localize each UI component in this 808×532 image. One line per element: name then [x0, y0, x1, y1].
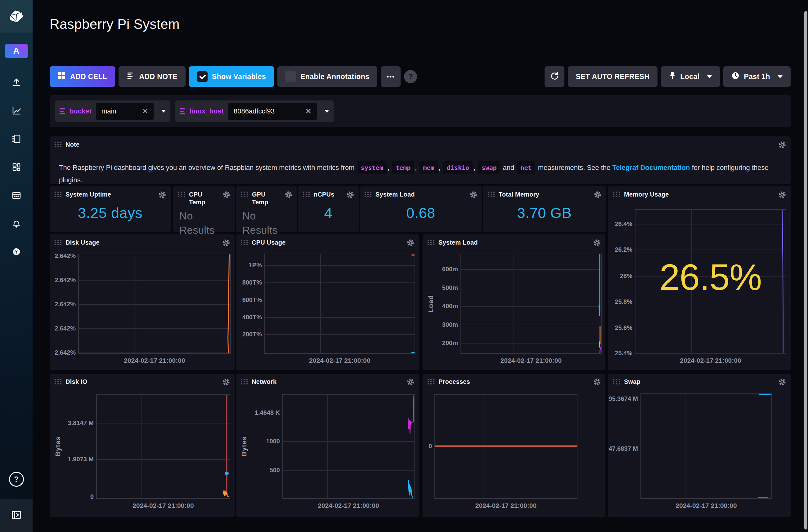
cell-title: Memory Usage: [624, 190, 774, 198]
gear-icon[interactable]: [778, 190, 787, 200]
sidebar-help-button[interactable]: ?: [0, 472, 33, 487]
note-text: The Raspberry Pi dashboard gives you an …: [59, 161, 781, 186]
variable-value-box[interactable]: 8086adfccf93✕: [228, 103, 317, 120]
chart-plot-area: 1.4648 K1000500Bytes2024-02-17 21:00:00: [282, 394, 415, 499]
drag-handle-icon[interactable]: [302, 191, 310, 200]
chart-cell-disk-usage: Disk Usage2.642%2.642%2.642%2.642%2.642%…: [50, 234, 235, 370]
drag-handle-icon[interactable]: [364, 191, 372, 200]
no-results-text: No Results: [242, 209, 283, 237]
data-explorer-icon: [11, 105, 22, 118]
drag-handle-icon[interactable]: [54, 191, 62, 200]
sidebar-item-upload[interactable]: [11, 77, 22, 89]
time-range-dropdown[interactable]: Past 1h: [723, 66, 791, 87]
stat-value: 4: [298, 204, 359, 221]
stat-cell-cpu-temp-header: CPU Temp: [178, 190, 231, 206]
gear-icon[interactable]: [222, 239, 231, 248]
variable-dropdown-bucket[interactable]: bucketmain✕: [55, 100, 170, 122]
drag-handle-icon[interactable]: [240, 378, 248, 386]
gear-icon[interactable]: [406, 378, 415, 387]
chart-cell-system-load: System Load600m500m400m300m200mLoad2024-…: [423, 234, 605, 370]
cell-title: Disk IO: [66, 378, 218, 386]
cell-title: Network: [252, 378, 403, 386]
chart-series: [283, 395, 414, 498]
toolbar-help-button[interactable]: ?: [404, 70, 417, 83]
clear-icon[interactable]: ✕: [306, 107, 311, 115]
drag-handle-icon[interactable]: [240, 191, 249, 200]
y-axis-tick-label: 600m: [442, 266, 458, 273]
sidebar-item-data-explorer[interactable]: [11, 106, 22, 117]
x-axis-label: 2024-02-17 21:00:00: [641, 502, 771, 509]
gear-icon[interactable]: [593, 378, 601, 387]
variables-bar: bucketmain✕linux_host8086adfccf93✕: [50, 95, 791, 127]
gear-icon[interactable]: [222, 190, 231, 200]
stat-cell-ncpus: nCPUs4: [298, 186, 359, 232]
gear-icon[interactable]: [593, 190, 602, 200]
set-auto-refresh-button[interactable]: SET AUTO REFRESH: [568, 66, 658, 87]
variable-name: bucket: [70, 107, 92, 115]
code-chip: mem: [420, 161, 438, 174]
variable-value-box[interactable]: main✕: [96, 103, 153, 120]
sidebar-item-notebooks[interactable]: [11, 134, 22, 146]
gear-icon[interactable]: [284, 190, 293, 200]
gear-icon[interactable]: [778, 140, 787, 150]
checkbox-checked-icon[interactable]: [197, 71, 207, 82]
drag-handle-icon[interactable]: [612, 378, 621, 386]
set-auto-refresh-label: SET AUTO REFRESH: [576, 73, 650, 81]
timezone-dropdown[interactable]: Local: [661, 66, 720, 87]
avatar[interactable]: A: [5, 44, 28, 58]
gear-icon[interactable]: [593, 239, 601, 248]
note-cell-header: Note: [54, 140, 787, 150]
code-chip: diskio: [443, 161, 473, 174]
enable-annotations-toggle[interactable]: Enable Annotations: [277, 66, 377, 87]
sidebar-item-alerts[interactable]: [11, 218, 22, 230]
sidebar-item-tasks[interactable]: [11, 190, 22, 202]
sidebar-item-settings[interactable]: [11, 246, 22, 258]
chart-cell-disk-io-header: Disk IO: [54, 378, 231, 387]
dashboard-page: Raspberry Pi System ADD CELL ADD NOTE Sh…: [33, 0, 808, 532]
y-axis-tick-label: 25.4%: [615, 350, 632, 357]
drag-handle-icon[interactable]: [487, 191, 495, 200]
x-axis-label: 2024-02-17 21:00:00: [79, 357, 230, 364]
gear-icon[interactable]: [406, 239, 415, 248]
more-options-button[interactable]: •••: [381, 66, 401, 87]
checkbox-unchecked-icon[interactable]: [286, 71, 296, 82]
variable-dropdown-linux_host[interactable]: linux_host8086adfccf93✕: [175, 100, 334, 122]
clear-icon[interactable]: ✕: [142, 107, 148, 115]
stat-cell-total-memory-header: Total Memory: [487, 190, 602, 200]
scrollbar[interactable]: [804, 11, 807, 530]
gear-icon[interactable]: [346, 190, 355, 200]
influxdb-logo-icon[interactable]: [0, 0, 33, 33]
add-cell-label: ADD CELL: [70, 73, 107, 81]
y-axis-tick-label: 0: [90, 493, 94, 500]
y-axis-tick-label: 200m: [442, 339, 458, 346]
add-note-button[interactable]: ADD NOTE: [118, 66, 185, 87]
drag-handle-icon[interactable]: [54, 239, 62, 247]
y-axis-tick-label: 25.8%: [615, 298, 632, 305]
chart-plot-area: 600m500m400m300m200mLoad2024-02-17 21:00…: [460, 253, 602, 354]
x-axis-label: 2024-02-17 21:00:00: [97, 502, 229, 509]
variable-value: main: [102, 107, 136, 115]
sidebar-item-dashboards[interactable]: [11, 162, 22, 174]
drag-handle-icon[interactable]: [178, 191, 186, 200]
drag-handle-icon[interactable]: [54, 141, 62, 149]
cell-title: System Load: [375, 190, 466, 198]
refresh-button[interactable]: [545, 66, 565, 87]
gear-icon[interactable]: [778, 378, 787, 387]
drag-handle-icon[interactable]: [240, 239, 248, 247]
drag-handle-icon[interactable]: [427, 239, 435, 247]
sidebar-expand-toggle[interactable]: [0, 499, 33, 532]
chart-plot-area: 26.4%26.2%26%25.8%25.6%25.4%26.5%2024-02…: [635, 209, 786, 354]
gear-icon[interactable]: [469, 190, 478, 200]
notebooks-icon: [11, 133, 22, 146]
chart-plot-area: 95.3674 M47.6837 M2024-02-17 21:00:00: [640, 394, 772, 499]
gear-icon[interactable]: [222, 378, 231, 387]
add-cell-button[interactable]: ADD CELL: [50, 66, 115, 87]
chart-point-marker: [225, 472, 229, 475]
drag-handle-icon[interactable]: [427, 378, 435, 386]
drag-handle-icon[interactable]: [54, 378, 62, 386]
drag-handle-icon[interactable]: [612, 191, 621, 200]
telegraf-documentation-link[interactable]: Telegraf Documentation: [612, 164, 690, 171]
gear-icon[interactable]: [158, 190, 167, 200]
show-variables-toggle[interactable]: Show Variables: [189, 66, 274, 87]
y-axis-tick-label: 800T%: [242, 279, 262, 286]
